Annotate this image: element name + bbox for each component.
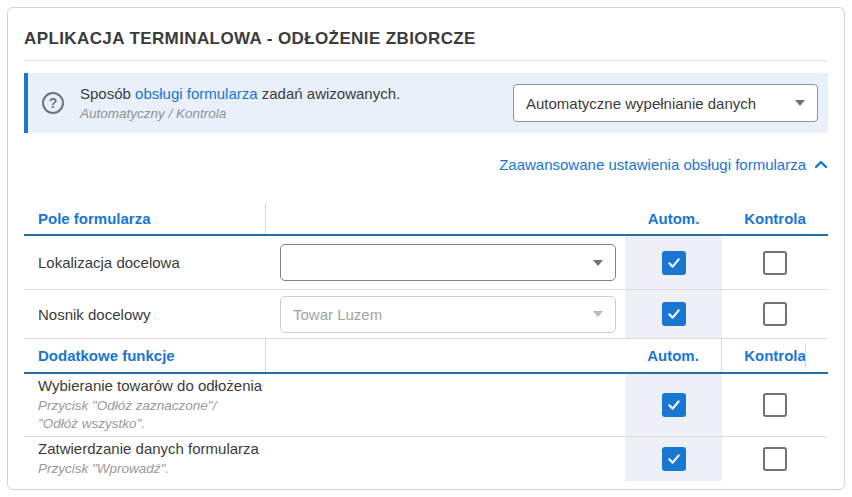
check-icon: [666, 306, 682, 322]
settings-table: Pole formularza Autom. Kontrola Lokaliza…: [24, 203, 828, 481]
table-row-nosnik-docelowy: Nosnik docelowy Towar Luzem: [24, 290, 828, 339]
column-header-dodatkowe-funkcje: Dodatkowe funkcje: [24, 339, 266, 372]
chevron-down-icon: [593, 311, 603, 317]
form-mode-select-value: Automatyczne wypełnianie danych: [526, 95, 785, 112]
chevron-up-icon: [814, 159, 828, 170]
check-icon: [666, 397, 682, 413]
row-label-block: Wybieranie towarów do odłożenia Przycisk…: [24, 377, 266, 433]
form-mode-select[interactable]: Automatyczne wypełnianie danych: [513, 84, 818, 122]
row-label-block: Zatwierdzanie danych formularza Przycisk…: [24, 440, 266, 478]
check-icon: [666, 255, 682, 271]
nosnik-docelowy-select-value: Towar Luzem: [293, 306, 583, 323]
column-header-spacer: [266, 203, 625, 234]
table-row-zatwierdzanie-danych: Zatwierdzanie danych formularza Przycisk…: [24, 437, 828, 481]
nosnik-docelowy-select[interactable]: Towar Luzem: [280, 296, 616, 333]
kontrola-checkbox[interactable]: [763, 393, 787, 417]
row-label: Nosnik docelowy: [24, 306, 266, 323]
autom-checkbox[interactable]: [662, 393, 686, 417]
autom-checkbox[interactable]: [662, 447, 686, 471]
column-header-autom: Autom.: [625, 203, 722, 234]
kontrola-checkbox[interactable]: [763, 251, 787, 275]
kontrola-cell: [722, 437, 828, 481]
info-box: ? Sposób obsługi formularza zadań awizow…: [24, 73, 828, 133]
check-icon: [666, 451, 682, 467]
autom-checkbox[interactable]: [662, 251, 686, 275]
advanced-settings-link[interactable]: Zaawansowane ustawienia obsługi formular…: [499, 156, 828, 173]
table-header-fields: Pole formularza Autom. Kontrola: [24, 203, 828, 236]
app-window: APLIKACJA TERMINALOWA - ODŁOŻENIE ZBIORC…: [0, 0, 852, 497]
kontrola-checkbox[interactable]: [763, 447, 787, 471]
lokalizacja-docelowa-select[interactable]: [280, 244, 616, 281]
autom-cell: [625, 236, 722, 289]
info-line: Sposób obsługi formularza zadań awizowan…: [80, 85, 497, 102]
row-sublabel: Przycisk "Odłóż zaznaczone"/ "Odłóż wszy…: [38, 397, 266, 433]
info-text: Sposób obsługi formularza zadań awizowan…: [80, 85, 497, 121]
autom-cell: [625, 290, 722, 338]
row-label: Lokalizacja docelowa: [24, 254, 266, 271]
chevron-down-icon: [795, 100, 805, 106]
row-control-cell: Towar Luzem: [266, 296, 625, 333]
info-text-suffix: zadań awizowanych.: [258, 85, 401, 102]
column-header-pole-formularza: Pole formularza: [24, 203, 266, 234]
form-handling-link[interactable]: obsługi formularza: [135, 85, 258, 102]
column-header-kontrola: Kontrola: [722, 203, 828, 234]
info-text-prefix: Sposób: [80, 85, 135, 102]
settings-card: APLIKACJA TERMINALOWA - ODŁOŻENIE ZBIORC…: [7, 7, 845, 490]
kontrola-checkbox[interactable]: [763, 302, 787, 326]
row-label: Wybieranie towarów do odłożenia: [38, 377, 266, 394]
row-sublabel: Przycisk "Wprowadź".: [38, 460, 266, 478]
table-row-lokalizacja-docelowa: Lokalizacja docelowa: [24, 236, 828, 290]
chevron-down-icon: [593, 260, 603, 266]
row-control-cell: [266, 244, 625, 281]
page-title: APLIKACJA TERMINALOWA - ODŁOŻENIE ZBIORC…: [24, 29, 828, 61]
table-header-functions: Dodatkowe funkcje Autom. Kontrola: [24, 339, 828, 374]
row-label: Zatwierdzanie danych formularza: [38, 440, 266, 457]
column-header-spacer: [266, 339, 625, 372]
column-header-autom: Autom.: [625, 339, 722, 372]
autom-cell: [625, 374, 722, 436]
info-subtitle: Automatyczny / Kontrola: [80, 106, 497, 121]
advanced-settings-label: Zaawansowane ustawienia obsługi formular…: [499, 156, 806, 173]
question-mark-icon: ?: [42, 92, 64, 114]
table-row-wybieranie-towarow: Wybieranie towarów do odłożenia Przycisk…: [24, 374, 828, 437]
column-header-kontrola: Kontrola: [722, 339, 828, 372]
autom-cell: [625, 437, 722, 481]
advanced-row: Zaawansowane ustawienia obsługi formular…: [24, 153, 828, 175]
autom-checkbox[interactable]: [662, 302, 686, 326]
kontrola-cell: [722, 290, 828, 338]
kontrola-cell: [722, 374, 828, 436]
kontrola-cell: [722, 236, 828, 289]
